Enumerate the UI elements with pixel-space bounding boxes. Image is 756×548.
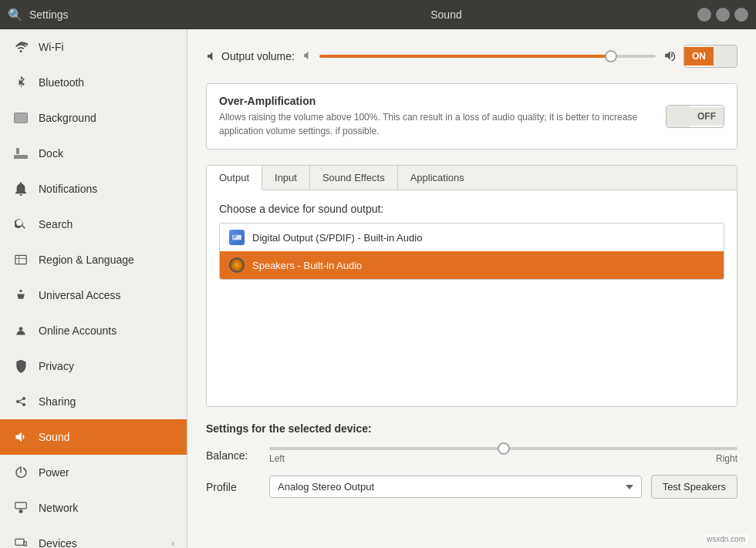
test-speakers-button[interactable]: Test Speakers <box>651 475 737 499</box>
toggle-off-button[interactable]: OFF <box>690 107 724 126</box>
titlebar-settings-label: Settings <box>29 8 69 21</box>
tab-input[interactable]: Input <box>262 166 310 190</box>
toggle-off-side <box>714 45 737 67</box>
close-button[interactable] <box>734 8 748 22</box>
balance-right-label: Right <box>716 453 737 464</box>
device-item-speakers[interactable]: Speakers - Built-in Audio <box>220 251 724 279</box>
balance-label: Balance: <box>206 449 260 462</box>
sidebar-item-devices[interactable]: Devices › <box>0 526 187 548</box>
sidebar-item-bluetooth[interactable]: Bluetooth <box>0 65 187 100</box>
minimize-button[interactable] <box>697 8 711 22</box>
sharing-icon <box>12 393 29 410</box>
svg-rect-18 <box>24 542 26 546</box>
sidebar-label-sound: Sound <box>39 431 174 443</box>
sidebar-label-online: Online Accounts <box>39 324 174 337</box>
region-icon <box>12 251 29 268</box>
over-amp-text: Over-Amplification Allows raising the vo… <box>219 95 653 138</box>
devices-chevron-icon: › <box>171 538 174 548</box>
over-amp-description: Allows raising the volume above 100%. Th… <box>219 110 653 138</box>
tab-sound-effects[interactable]: Sound Effects <box>310 166 398 190</box>
profile-row: Profile Analog Stereo Output Analog Ster… <box>206 475 737 499</box>
sidebar-item-universal[interactable]: Universal Access <box>0 277 187 313</box>
sidebar-item-sound[interactable]: Sound <box>0 419 187 455</box>
over-amp-title: Over-Amplification <box>219 95 653 107</box>
titlebar-sound-label: Sound <box>195 8 697 21</box>
svg-rect-15 <box>15 503 26 509</box>
bluetooth-icon <box>12 74 29 91</box>
sidebar-item-background[interactable]: Background <box>0 100 187 136</box>
notifications-icon <box>12 180 29 197</box>
svg-rect-17 <box>15 539 24 545</box>
sidebar-item-search[interactable]: Search <box>0 207 187 242</box>
profile-select[interactable]: Analog Stereo Output Analog Stereo Input… <box>269 476 642 498</box>
sidebar-label-background: Background <box>39 112 174 124</box>
network-icon <box>12 499 29 516</box>
sidebar-label-wifi: Wi-Fi <box>39 41 174 53</box>
volume-high-icon <box>663 50 676 63</box>
titlebar: 🔍 Settings Sound <box>0 0 756 29</box>
maximize-button[interactable] <box>716 8 730 22</box>
sidebar-item-wifi[interactable]: Wi-Fi <box>0 29 187 65</box>
svg-point-11 <box>22 403 25 406</box>
device-list-label: Choose a device for sound output: <box>219 203 724 215</box>
sidebar-item-sharing[interactable]: Sharing <box>0 384 187 419</box>
sidebar-item-notifications[interactable]: Notifications <box>0 171 187 207</box>
online-icon <box>12 322 29 339</box>
volume-slider[interactable] <box>319 55 656 58</box>
sidebar-label-dock: Dock <box>39 147 174 160</box>
toggle-on-side <box>667 106 690 127</box>
sidebar-item-region[interactable]: Region & Language <box>0 242 187 277</box>
volume-toggle[interactable]: ON <box>683 45 737 68</box>
volume-row: Output volume: ON <box>206 45 737 68</box>
speaker-icon <box>229 257 245 273</box>
tabs-container: Output Input Sound Effects Applications … <box>206 165 737 407</box>
background-icon <box>12 109 29 126</box>
balance-row: Balance: Left Right <box>206 447 737 464</box>
sound-icon <box>12 429 29 445</box>
tab-applications[interactable]: Applications <box>398 166 477 190</box>
sidebar: Wi-Fi Bluetooth Background Dock Notifica… <box>0 29 187 548</box>
balance-left-label: Left <box>269 453 285 464</box>
sidebar-item-privacy[interactable]: Privacy <box>0 348 187 384</box>
digital-output-icon <box>229 230 245 245</box>
dock-icon <box>12 145 29 162</box>
sidebar-item-dock[interactable]: Dock <box>0 136 187 171</box>
sidebar-item-network[interactable]: Network <box>0 490 187 526</box>
svg-point-10 <box>16 400 19 403</box>
sidebar-label-sharing: Sharing <box>39 395 174 408</box>
sidebar-item-online[interactable]: Online Accounts <box>0 313 187 348</box>
digital-output-label: Digital Output (S/PDIF) - Built-in Audio <box>252 232 422 244</box>
svg-rect-2 <box>14 155 28 159</box>
over-amp-toggle[interactable]: OFF <box>666 105 724 128</box>
over-amplification-box: Over-Amplification Allows raising the vo… <box>206 83 737 150</box>
svg-line-13 <box>19 402 23 404</box>
svg-point-7 <box>19 290 22 292</box>
main-content: Wi-Fi Bluetooth Background Dock Notifica… <box>0 29 756 548</box>
balance-slider[interactable] <box>269 447 737 450</box>
power-icon <box>12 464 29 481</box>
svg-point-8 <box>19 327 23 331</box>
sidebar-label-privacy: Privacy <box>39 360 174 372</box>
universal-icon <box>12 287 29 304</box>
svg-line-12 <box>19 399 23 401</box>
search-sidebar-icon <box>12 216 29 233</box>
balance-slider-container: Left Right <box>269 447 737 464</box>
profile-label: Profile <box>206 481 260 493</box>
content-area: Output volume: ON Over-Amplification All… <box>187 29 756 548</box>
tab-output[interactable]: Output <box>207 166 262 190</box>
svg-rect-24 <box>233 237 235 238</box>
speakers-label: Speakers - Built-in Audio <box>252 260 362 271</box>
svg-rect-1 <box>15 113 27 123</box>
volume-slider-container <box>319 49 656 64</box>
sidebar-label-devices: Devices <box>39 537 171 548</box>
svg-rect-14 <box>19 509 23 513</box>
toggle-on-button[interactable]: ON <box>684 47 714 66</box>
volume-low-icon <box>302 51 312 62</box>
sidebar-item-power[interactable]: Power <box>0 455 187 490</box>
device-list: Digital Output (S/PDIF) - Built-in Audio… <box>219 223 724 280</box>
device-item-digital[interactable]: Digital Output (S/PDIF) - Built-in Audio <box>220 224 724 251</box>
watermark: wsxdn.com <box>704 534 748 544</box>
svg-rect-3 <box>16 148 19 154</box>
svg-rect-4 <box>15 255 26 264</box>
sidebar-label-notifications: Notifications <box>39 183 174 195</box>
